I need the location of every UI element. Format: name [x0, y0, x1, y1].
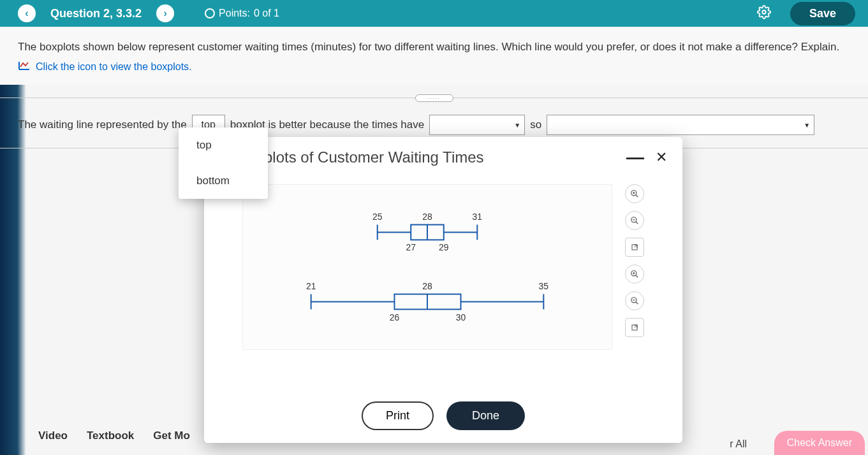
- points-status-icon: [205, 8, 215, 18]
- chevron-down-icon: ▼: [514, 122, 520, 129]
- view-boxplots-link[interactable]: Click the icon to view the boxplots.: [18, 61, 850, 73]
- question-text: The boxplots shown below represent custo…: [18, 38, 850, 55]
- drag-handle[interactable]: ·····: [415, 94, 453, 102]
- gear-icon[interactable]: [757, 5, 771, 22]
- svg-line-18: [636, 222, 638, 224]
- svg-line-27: [636, 302, 638, 305]
- top-header: ‹ Question 2, 3.3.2 › Points: 0 of 1 Sav…: [0, 0, 868, 27]
- label-top-median: 28: [422, 212, 432, 222]
- boxplot-svg: 25 28 31 27 29 21 28 35 26: [262, 198, 592, 336]
- next-question-button[interactable]: ›: [156, 4, 174, 22]
- expand-top-button[interactable]: [625, 238, 644, 257]
- save-button[interactable]: Save: [790, 2, 855, 25]
- zoom-in-top-button[interactable]: [625, 184, 644, 203]
- label-top-max: 31: [473, 212, 483, 222]
- svg-line-14: [636, 195, 638, 198]
- points-display: Points: 0 of 1: [205, 8, 279, 19]
- label-bot-max: 35: [539, 281, 549, 291]
- svg-point-0: [762, 10, 766, 14]
- reason-dropdown-2[interactable]: ▼: [547, 115, 814, 135]
- boxplot-bottom: 21 28 35 26 30: [306, 281, 548, 323]
- label-bot-min: 21: [306, 281, 316, 291]
- check-answer-button[interactable]: Check Answer: [774, 431, 865, 455]
- dropdown-option-top[interactable]: top: [179, 127, 268, 163]
- label-top-q1: 27: [406, 242, 416, 252]
- chart-icon: [18, 61, 31, 73]
- svg-line-21: [635, 245, 637, 247]
- dropdown-option-bottom[interactable]: bottom: [179, 163, 268, 199]
- modal-footer: Print Done: [204, 389, 682, 443]
- question-content: The boxplots shown below represent custo…: [0, 27, 868, 85]
- minimize-icon[interactable]: —: [626, 147, 644, 168]
- close-icon[interactable]: ✕: [656, 149, 667, 166]
- modal-title: plots of Customer Waiting Times: [219, 148, 626, 166]
- svg-line-23: [636, 275, 638, 278]
- boxplot-modal: plots of Customer Waiting Times — ✕ 25 2…: [204, 137, 682, 443]
- svg-line-30: [635, 325, 637, 328]
- label-bot-median: 28: [422, 281, 432, 291]
- zoom-controls: [625, 184, 644, 337]
- print-button[interactable]: Print: [362, 401, 434, 430]
- get-more-link[interactable]: Get Mo: [153, 430, 190, 442]
- points-label: Points:: [219, 8, 250, 19]
- done-button[interactable]: Done: [446, 401, 525, 430]
- zoom-out-bottom-button[interactable]: [625, 291, 644, 310]
- prev-question-button[interactable]: ‹: [18, 4, 36, 22]
- textbook-link[interactable]: Textbook: [87, 430, 134, 442]
- answer-text-1: The waiting line represented by the: [18, 119, 187, 131]
- question-number: Question 2, 3.3.2: [50, 7, 142, 20]
- reason-dropdown-1[interactable]: ▼: [429, 115, 525, 135]
- position-dropdown-menu: top bottom: [179, 127, 268, 199]
- answer-text-so: so: [530, 119, 541, 131]
- clear-all-partial[interactable]: r All: [730, 438, 747, 450]
- modal-header: plots of Customer Waiting Times — ✕: [204, 137, 682, 178]
- label-top-q3: 29: [439, 242, 449, 252]
- boxplot-chart: 25 28 31 27 29 21 28 35 26: [242, 184, 612, 350]
- label-bot-q3: 30: [456, 312, 466, 322]
- points-value: 0 of 1: [254, 8, 279, 19]
- zoom-in-bottom-button[interactable]: [625, 264, 644, 284]
- label-bot-q1: 26: [390, 312, 400, 322]
- label-top-min: 25: [372, 212, 383, 222]
- zoom-out-top-button[interactable]: [625, 211, 644, 230]
- view-boxplots-text: Click the icon to view the boxplots.: [36, 61, 192, 73]
- boxplot-top: 25 28 31 27 29: [372, 212, 482, 253]
- video-link[interactable]: Video: [38, 430, 68, 442]
- expand-bottom-button[interactable]: [625, 318, 644, 337]
- modal-body: 25 28 31 27 29 21 28 35 26: [204, 178, 682, 389]
- chevron-down-icon: ▼: [804, 122, 810, 129]
